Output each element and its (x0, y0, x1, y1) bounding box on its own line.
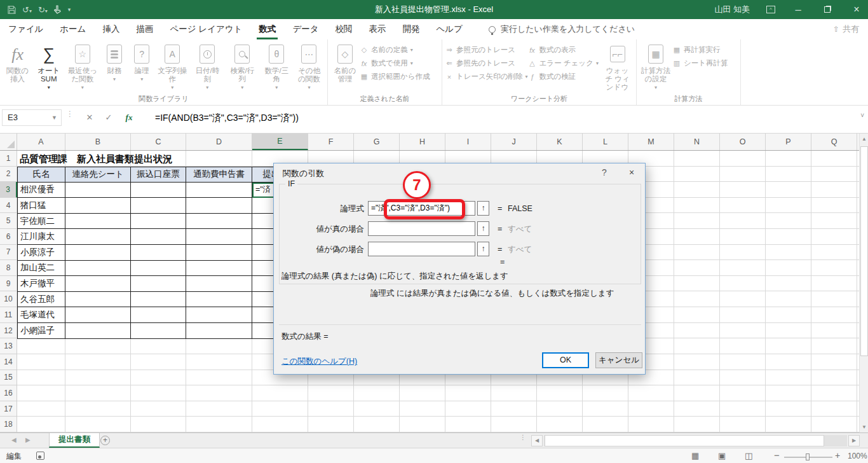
row-header-3[interactable]: 3 (0, 182, 17, 198)
column-header-J[interactable]: J (491, 134, 537, 150)
qat-customize-icon[interactable]: ▾ (68, 6, 71, 13)
empty-cell[interactable] (65, 245, 131, 261)
column-header-O[interactable]: O (720, 134, 766, 150)
undo-icon[interactable]: ↺▾ (22, 5, 32, 15)
scroll-up-icon[interactable]: ▲ (860, 134, 868, 144)
empty-cell[interactable] (131, 229, 186, 245)
scroll-right-icon[interactable]: ▶ (848, 435, 860, 446)
name-cell[interactable]: 江川康太 (17, 229, 65, 245)
column-header-M[interactable]: M (628, 134, 674, 150)
row-header-18[interactable]: 18 (0, 417, 17, 432)
empty-cell[interactable] (65, 214, 131, 230)
empty-cell[interactable] (186, 307, 252, 323)
row-header-16[interactable]: 16 (0, 385, 17, 401)
select-all-button[interactable] (0, 134, 17, 150)
empty-cell[interactable] (65, 292, 131, 308)
recent-functions-button[interactable]: ☆ 最近使った関数▾ (65, 42, 100, 93)
empty-cell[interactable] (65, 307, 131, 323)
lookup-button[interactable]: 検索/行列▾ (225, 42, 260, 93)
empty-cell[interactable] (65, 276, 131, 292)
empty-cell[interactable] (131, 261, 186, 277)
remove-arrows-button[interactable]: ×トレース矢印の削除▾ (445, 70, 528, 83)
empty-cell[interactable] (186, 292, 252, 308)
empty-cell[interactable] (186, 214, 252, 230)
logical-button[interactable]: ? 論理▾ (128, 42, 154, 85)
collapse-dialog-icon[interactable]: ↑ (477, 242, 489, 256)
scroll-down-icon[interactable]: ▼ (860, 422, 868, 432)
tab-help[interactable]: ヘルプ (428, 19, 471, 39)
tab-formulas[interactable]: 数式 (250, 19, 284, 39)
trace-dependents-button[interactable]: ⇐参照先のトレース (445, 57, 528, 70)
collapse-dialog-icon[interactable]: ↑ (477, 201, 489, 216)
empty-cell[interactable] (65, 323, 131, 339)
table-header-cell[interactable]: 振込口座票 (131, 167, 186, 183)
vertical-scroll-thumb[interactable] (860, 146, 868, 356)
column-header-G[interactable]: G (354, 134, 400, 150)
zoom-slider-thumb[interactable] (806, 453, 810, 460)
empty-cell[interactable] (131, 183, 186, 198)
column-header-F[interactable]: F (308, 134, 354, 150)
new-sheet-icon[interactable]: + (100, 436, 110, 445)
name-cell[interactable]: 猪口猛 (17, 198, 65, 214)
column-header-P[interactable]: P (766, 134, 811, 150)
ribbon-display-options-icon[interactable]: ^ (766, 6, 775, 13)
insert-function-button[interactable]: fx 関数の挿入 (3, 42, 32, 85)
formula-input[interactable]: =IF(AND(B3="済",C3="済",D3="済")) (155, 109, 299, 126)
confirm-entry-icon[interactable]: ✓ (100, 109, 117, 126)
dialog-help-icon[interactable]: ? (598, 167, 611, 177)
column-header-B[interactable]: B (65, 134, 131, 150)
show-formulas-button[interactable]: fx数式の表示 (528, 43, 601, 57)
empty-cell[interactable] (186, 245, 252, 261)
evaluate-formula-button[interactable]: ƒ数式の検証 (528, 70, 601, 83)
empty-cell[interactable] (186, 261, 252, 277)
name-box-dropdown-icon[interactable]: ▼ (51, 110, 57, 125)
empty-cell[interactable] (131, 307, 186, 323)
tab-review[interactable]: 校閲 (327, 19, 361, 39)
row-header-6[interactable]: 6 (0, 229, 17, 245)
normal-view-icon[interactable]: ▦ (691, 451, 699, 460)
name-box[interactable]: E3 ▼ (2, 109, 62, 126)
tab-page-layout[interactable]: ページ レイアウト (161, 19, 250, 39)
autosum-button[interactable]: ∑ オート SUM▾ (32, 42, 65, 93)
calculation-options-button[interactable]: ▦ 計算方法 の設定▾ (639, 42, 672, 93)
use-in-formula-button[interactable]: fx数式で使用▾ (360, 57, 430, 70)
sheet-title-cell[interactable]: 品質管理課 新入社員書類提出状況 (20, 153, 172, 165)
zoom-level[interactable]: 100% (848, 452, 867, 460)
name-cell[interactable]: 久谷五郎 (17, 292, 65, 308)
row-header-10[interactable]: 10 (0, 291, 17, 307)
column-header-K[interactable]: K (537, 134, 583, 150)
tab-developer[interactable]: 開発 (395, 19, 428, 39)
page-layout-view-icon[interactable]: ▣ (718, 451, 726, 460)
macro-record-icon[interactable] (36, 452, 44, 460)
empty-cell[interactable] (131, 292, 186, 308)
horizontal-scroll-thumb[interactable] (545, 435, 824, 446)
calculate-now-button[interactable]: ▦再計算実行 (672, 43, 728, 57)
define-name-button[interactable]: ◇名前の定義▾ (360, 43, 430, 57)
dialog-close-icon[interactable]: × (625, 167, 639, 177)
value-if-false-input[interactable] (368, 242, 475, 256)
hscroll-splitter[interactable]: ⋮ (520, 436, 526, 439)
row-header-1[interactable]: 1 (0, 151, 17, 167)
minimize-button[interactable]: ─ (792, 5, 804, 15)
name-cell[interactable]: 相沢優香 (17, 183, 65, 198)
restore-button[interactable] (821, 5, 834, 15)
column-header-C[interactable]: C (131, 134, 186, 150)
share-button[interactable]: ⇧ 共有 (833, 22, 859, 37)
name-cell[interactable]: 宇佐順二 (17, 214, 65, 230)
name-cell[interactable]: 小網温子 (17, 323, 65, 339)
tab-home[interactable]: ホーム (51, 19, 94, 39)
save-icon[interactable] (8, 6, 16, 14)
tab-insert[interactable]: 挿入 (94, 19, 128, 39)
column-header-I[interactable]: I (445, 134, 491, 150)
empty-cell[interactable] (186, 276, 252, 292)
financial-button[interactable]: 財務▾ (100, 42, 128, 85)
close-button[interactable]: × (850, 4, 863, 15)
vertical-scrollbar[interactable]: ▲ ▼ (859, 134, 868, 432)
empty-cell[interactable] (65, 198, 131, 214)
tab-draw[interactable]: 描画 (128, 19, 161, 39)
row-header-4[interactable]: 4 (0, 198, 17, 214)
column-header-A[interactable]: A (17, 134, 65, 150)
empty-cell[interactable] (186, 229, 252, 245)
table-header-cell[interactable]: 通勤費申告書 (186, 167, 252, 183)
table-header-cell[interactable]: 氏名 (17, 167, 65, 183)
